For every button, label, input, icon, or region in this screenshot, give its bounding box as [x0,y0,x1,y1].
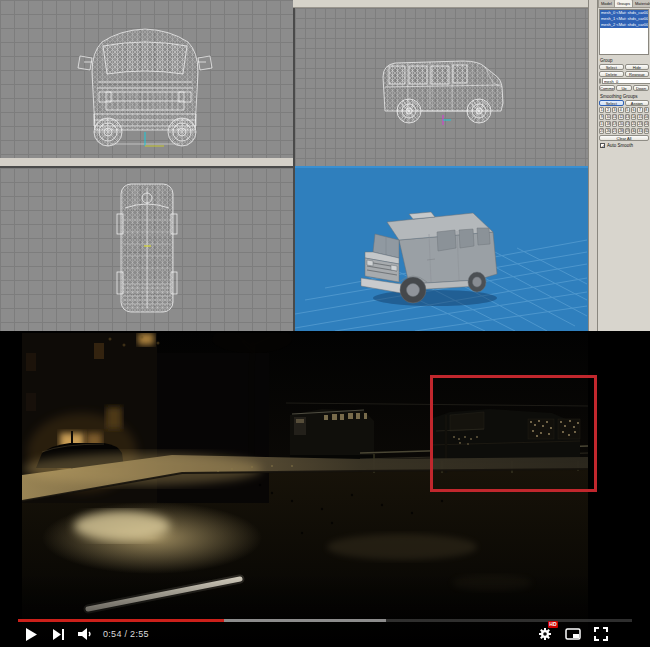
miniplayer-icon [565,628,581,640]
tab-materials[interactable]: Materials [632,0,650,7]
smoothing-number-button[interactable]: 21 [625,121,630,127]
smoothing-number-button[interactable]: 11 [612,114,617,120]
smoothing-select-button[interactable]: Select [599,100,624,106]
time-display: 0:54 / 2:55 [103,629,149,639]
smoothing-number-button[interactable]: 12 [618,114,623,120]
progress-bar[interactable] [18,619,632,622]
active-viewport-edge [295,166,588,168]
player-controls: 0:54 / 2:55 HD [18,625,608,643]
panel-tabs: Model Groups Materials Joints [598,0,650,8]
fullscreen-button[interactable] [594,625,608,643]
smoothing-number-button[interactable]: 4 [618,107,623,113]
smoothing-number-grid: 1234567891011121314151617181920212223242… [598,107,650,134]
van-side-wireframe [375,53,511,129]
smoothing-number-button[interactable]: 20 [618,121,623,127]
tool-panel: Model Groups Materials Joints mesh_0 <Ma… [597,0,650,331]
fullscreen-icon [594,627,608,641]
smoothing-number-button[interactable]: 7 [637,107,642,113]
tab-model[interactable]: Model [598,0,615,7]
smoothing-number-button[interactable]: 32 [644,128,649,134]
up-button[interactable]: Up [616,85,632,91]
hd-badge: HD [548,621,558,628]
smoothing-number-button[interactable]: 14 [631,114,636,120]
smoothing-number-button[interactable]: 3 [612,107,617,113]
viewport-top[interactable] [0,168,293,331]
van-shaded-model [357,196,507,308]
tab-groups[interactable]: Groups [614,0,633,7]
van-top-wireframe [115,180,179,316]
select-button[interactable]: Select [599,64,624,70]
auto-smooth-checkbox[interactable] [600,143,605,148]
smoothing-number-button[interactable]: 19 [612,121,617,127]
smoothing-number-button[interactable]: 26 [605,128,610,134]
viewport-divider-vertical[interactable] [293,8,295,331]
smoothing-number-button[interactable]: 2 [605,107,610,113]
miniplayer-button[interactable] [565,625,581,643]
smoothing-number-button[interactable]: 29 [625,128,630,134]
hide-button[interactable]: Hide [625,64,650,70]
volume-button[interactable] [78,625,93,643]
volume-icon [78,628,93,640]
video-player: 0:54 / 2:55 HD [0,331,650,647]
smoothing-section-label: Smoothing Groups [598,92,650,100]
rename-button[interactable]: Rename [599,78,601,84]
smoothing-number-button[interactable]: 6 [631,107,636,113]
next-button[interactable] [53,625,64,643]
comment-button[interactable]: Comment [599,85,615,91]
groups-list[interactable]: mesh_0 <Mat: shds_car00_camesh_1 <Mat: s… [599,9,649,55]
panel-splitter[interactable] [588,0,597,331]
smoothing-number-button[interactable]: 23 [637,121,642,127]
progress-played [18,619,224,622]
smoothing-number-button[interactable]: 24 [644,121,649,127]
down-button[interactable]: Down [633,85,649,91]
viewport-perspective[interactable] [295,168,588,331]
play-icon [26,628,37,641]
smoothing-assign-button[interactable]: Assign [625,100,650,106]
list-item[interactable]: mesh_2 <Mat: shds_car00_ca [600,22,648,28]
smoothing-number-button[interactable]: 8 [644,107,649,113]
smoothing-number-button[interactable]: 15 [637,114,642,120]
smoothing-number-button[interactable]: 17 [599,121,604,127]
clear-all-button[interactable]: Clear All [599,135,649,141]
smoothing-number-button[interactable]: 18 [605,121,610,127]
editor-window: FileEditVertexFaceAnimateToolsWindowHelp [0,0,650,331]
group-section-label: Group [598,56,650,64]
rename-input[interactable] [602,78,650,84]
auto-smooth-label: Auto Smooth [607,143,633,148]
van-front-wireframe [70,12,220,152]
smoothing-number-button[interactable]: 10 [605,114,610,120]
next-icon [53,629,64,640]
smoothing-number-button[interactable]: 1 [599,107,604,113]
smoothing-number-button[interactable]: 16 [644,114,649,120]
play-button[interactable] [26,625,37,643]
smoothing-number-button[interactable]: 25 [599,128,604,134]
smoothing-number-button[interactable]: 22 [631,121,636,127]
screenshot-root: FileEditVertexFaceAnimateToolsWindowHelp [0,0,650,647]
smoothing-number-button[interactable]: 31 [637,128,642,134]
smoothing-number-button[interactable]: 30 [631,128,636,134]
viewport-front[interactable] [0,0,293,158]
smoothing-number-button[interactable]: 28 [618,128,623,134]
settings-button[interactable]: HD [538,625,552,643]
delete-button[interactable]: Delete [599,71,624,77]
smoothing-number-button[interactable]: 5 [625,107,630,113]
regroup-button[interactable]: Regroup [625,71,650,77]
settings-gear-icon [538,627,552,641]
smoothing-number-button[interactable]: 13 [625,114,630,120]
smoothing-number-button[interactable]: 27 [612,128,617,134]
viewport-side[interactable] [295,8,588,166]
highlight-box-video [430,375,597,492]
smoothing-number-button[interactable]: 9 [599,114,604,120]
